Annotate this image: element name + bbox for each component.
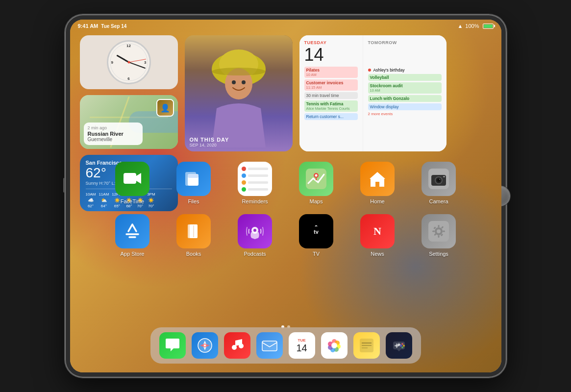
photo-illustration	[199, 40, 278, 147]
dock-messages[interactable]	[159, 332, 186, 359]
app-books[interactable]: Books	[176, 214, 211, 257]
tv-label: TV	[313, 251, 320, 257]
dock-mail[interactable]	[256, 332, 283, 359]
status-icons: ▲ 100%	[457, 23, 493, 29]
cal-more-events: 2 more events	[368, 112, 442, 116]
app-reminders[interactable]: Reminders	[238, 162, 272, 204]
cal-event-tennis: Tennis with Fatima Alice Marble Tennis C…	[304, 100, 358, 112]
battery-percent: 100%	[465, 23, 479, 29]
dock-calendar[interactable]: TUE 14	[289, 332, 315, 359]
photo-image	[185, 35, 293, 151]
cal-tomorrow-header: TOMORROW	[368, 40, 442, 45]
maps-info: 2 min ago Russian River Guerneville	[84, 122, 143, 145]
cal-event-lunch: Lunch with Gonzalo	[368, 95, 442, 102]
calendar-widget[interactable]: TUESDAY 14 Pilates 10 AM Customer invoic…	[299, 35, 447, 151]
cal-event-pilates: Pilates 10 AM	[304, 67, 358, 78]
calendar-tomorrow: TOMORROW Ashley's birthday Volleyball St…	[363, 35, 447, 151]
app-home[interactable]: Home	[360, 162, 395, 204]
svg-point-70	[403, 345, 405, 347]
svg-point-50	[239, 343, 244, 348]
app-podcasts[interactable]: Podcasts	[238, 214, 272, 257]
maps-icon	[299, 162, 333, 196]
app-news[interactable]: N News	[360, 214, 395, 257]
settings-icon	[422, 214, 456, 248]
podcasts-icon	[238, 214, 272, 248]
maps-location-name: Russian River	[88, 131, 139, 137]
app-row-2: App Store Books	[95, 214, 477, 257]
svg-rect-38	[443, 231, 445, 232]
app-appstore[interactable]: App Store	[115, 214, 149, 257]
svg-marker-9	[136, 173, 141, 184]
app-facetime[interactable]: FaceTime	[115, 162, 149, 204]
svg-rect-8	[124, 173, 136, 184]
svg-point-48	[204, 344, 206, 346]
maps-widget[interactable]: 👤 2 min ago Russian River Guerneville	[80, 95, 178, 149]
news-label: News	[371, 251, 384, 257]
tv-icon: tv	[299, 214, 333, 248]
status-date: Tue Sep 14	[101, 24, 126, 29]
facetime-label: FaceTime	[121, 198, 145, 204]
ipad-device: 9:41 AM Tue Sep 14 ▲ 100% 12 3	[65, 15, 506, 377]
svg-point-15	[315, 174, 318, 177]
home-label: Home	[370, 198, 384, 204]
app-row-1: FaceTime Files	[95, 162, 477, 204]
app-settings[interactable]: Settings	[422, 214, 456, 257]
svg-point-60	[331, 343, 337, 348]
appstore-icon	[115, 214, 149, 248]
home-icon	[360, 162, 395, 196]
reminders-icon	[238, 162, 272, 196]
svg-point-6	[242, 80, 246, 84]
svg-point-34	[437, 229, 441, 233]
wifi-icon: ▲	[457, 23, 463, 29]
dock-photos[interactable]	[321, 332, 348, 359]
svg-rect-51	[262, 341, 277, 351]
svg-rect-36	[438, 235, 440, 238]
dock-arcade[interactable]	[386, 332, 412, 359]
cal-event-stockroom: Stockroom audit 10 AM	[368, 82, 442, 94]
clock-widget[interactable]: 12 3 6 9	[80, 35, 178, 89]
files-icon	[176, 162, 211, 196]
svg-rect-12	[188, 174, 199, 178]
cal-today-day: 14	[304, 46, 358, 64]
svg-rect-37	[432, 231, 435, 232]
books-icon	[176, 214, 211, 248]
camera-icon	[422, 162, 456, 196]
app-camera[interactable]: Camera	[422, 162, 456, 204]
photo-widget[interactable]: ON THIS DAY SEP 14, 2020	[185, 35, 293, 151]
facetime-icon	[115, 162, 149, 196]
svg-text:N: N	[373, 225, 381, 237]
cal-event-birthday: Ashley's birthday	[368, 68, 442, 73]
dock-safari[interactable]	[192, 332, 218, 359]
photo-label: ON THIS DAY SEP 14, 2020	[190, 137, 229, 147]
svg-point-68	[401, 346, 403, 348]
maps-avatar: 👤	[156, 99, 174, 117]
svg-point-67	[401, 343, 403, 345]
apps-area: FaceTime Files	[70, 162, 501, 257]
maps-label: Maps	[310, 198, 323, 204]
app-maps[interactable]: Maps	[299, 162, 333, 204]
maps-sublocation: Guerneville	[88, 137, 139, 142]
settings-label: Settings	[429, 251, 448, 257]
app-files[interactable]: Files	[176, 162, 211, 204]
svg-rect-23	[443, 176, 445, 177]
photo-on-this-day: ON THIS DAY	[190, 137, 229, 143]
svg-point-29	[253, 229, 256, 232]
dock-notes[interactable]	[353, 332, 380, 359]
clock-face: 12 3 6 9	[107, 40, 151, 84]
maps-time-ago: 2 min ago	[88, 125, 139, 130]
cal-event-volleyball: Volleyball	[368, 74, 442, 81]
news-icon: N	[360, 214, 395, 248]
battery-bar	[483, 24, 494, 29]
dock-music[interactable]	[224, 332, 250, 359]
calendar-today: TUESDAY 14 Pilates 10 AM Customer invoic…	[299, 35, 363, 151]
svg-point-5	[232, 80, 236, 84]
svg-point-22	[439, 179, 440, 180]
volume-button[interactable]	[63, 178, 65, 193]
status-bar: 9:41 AM Tue Sep 14 ▲ 100%	[70, 20, 501, 32]
books-label: Books	[186, 251, 201, 257]
app-tv[interactable]: tv TV	[299, 214, 333, 257]
svg-point-7	[212, 68, 266, 75]
svg-rect-35	[438, 225, 440, 227]
svg-point-49	[232, 345, 237, 350]
cal-event-window: Window display	[368, 103, 442, 110]
